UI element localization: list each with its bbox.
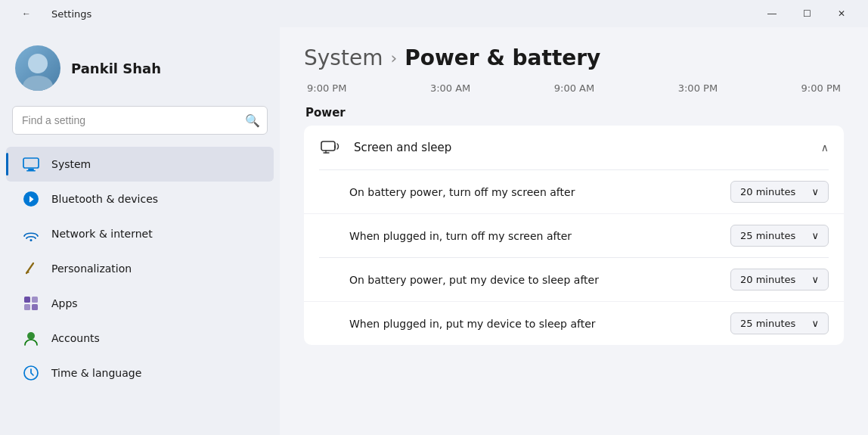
titlebar: ← Settings — ☐ ✕ [0,0,868,27]
sidebar-label-apps: Apps [51,297,78,309]
setting-label-1: When plugged in, turn off my screen afte… [349,230,730,242]
back-icon: ← [22,8,31,19]
main-content: System › Power & battery 9:00 PM 3:00 AM… [280,27,868,435]
svg-point-6 [30,239,33,241]
time-axis: 9:00 PM 3:00 AM 9:00 AM 3:00 PM 9:00 PM [304,82,844,94]
avatar [15,45,60,91]
network-icon [21,224,41,244]
setting-select-0[interactable]: 20 minutes ∨ [730,181,829,203]
sidebar-label-time: Time & language [51,367,141,379]
sidebar-label-accounts: Accounts [51,332,100,344]
sidebar-item-bluetooth[interactable]: Bluetooth & devices [6,182,274,216]
sidebar-item-accounts[interactable]: Accounts [6,321,274,356]
setting-row-0: On battery power, turn off my screen aft… [304,170,844,213]
svg-rect-8 [32,297,38,303]
setting-value-2: 20 minutes [740,274,795,285]
time-label-1: 3:00 AM [430,82,470,94]
search-icon: 🔍 [245,113,260,128]
personalization-icon [21,259,41,278]
svg-rect-7 [24,297,30,303]
maximize-button[interactable]: ☐ [789,0,824,27]
dropdown-arrow-3: ∨ [811,318,819,329]
system-icon [21,154,41,174]
time-label-3: 3:00 PM [678,82,718,94]
setting-select-3[interactable]: 25 minutes ∨ [730,312,829,334]
sidebar-item-apps[interactable]: Apps [6,286,274,321]
time-icon [21,363,41,383]
titlebar-title: Settings [51,8,91,20]
search-box: 🔍 [12,106,268,135]
svg-point-1 [23,76,53,91]
setting-row-2: On battery power, put my device to sleep… [304,258,844,301]
minimize-button[interactable]: — [755,0,789,27]
breadcrumb-parent: System [304,45,383,70]
time-label-4: 9:00 PM [801,82,841,94]
setting-value-1: 25 minutes [740,230,795,241]
bluetooth-icon [21,189,41,209]
setting-label-0: On battery power, turn off my screen aft… [349,186,730,198]
svg-point-11 [27,332,35,340]
accounts-icon [21,328,41,348]
setting-value-3: 25 minutes [740,318,795,329]
setting-select-2[interactable]: 20 minutes ∨ [730,269,829,291]
search-input[interactable] [12,106,268,135]
time-label-0: 9:00 PM [307,82,346,94]
dropdown-arrow-1: ∨ [811,230,819,241]
setting-select-1[interactable]: 25 minutes ∨ [730,225,829,247]
breadcrumb-separator: › [390,48,397,67]
profile-name: Pankil Shah [71,61,161,76]
window-controls: — ☐ ✕ [755,0,859,27]
sidebar-item-time[interactable]: Time & language [6,356,274,390]
screen-sleep-card: Screen and sleep ∧ On battery power, tur… [304,126,844,345]
svg-rect-2 [23,158,39,168]
svg-rect-4 [26,170,36,172]
app-body: Pankil Shah 🔍 System [0,27,868,435]
sidebar-item-network[interactable]: Network & internet [6,216,274,251]
sidebar-label-system: System [51,158,91,170]
svg-rect-3 [28,169,34,170]
dropdown-arrow-2: ∨ [811,274,819,285]
time-label-2: 9:00 AM [554,82,594,94]
svg-point-0 [28,54,48,73]
setting-label-3: When plugged in, put my device to sleep … [349,318,730,330]
screen-sleep-header[interactable]: Screen and sleep ∧ [304,126,844,169]
setting-row-1: When plugged in, turn off my screen afte… [304,213,844,257]
dropdown-arrow-0: ∨ [811,186,819,197]
power-section-label: Power [304,106,844,120]
screen-sleep-icon [319,136,342,159]
screen-sleep-title: Screen and sleep [354,141,809,154]
setting-row-3: When plugged in, put my device to sleep … [304,301,844,345]
breadcrumb-current: Power & battery [405,45,600,70]
profile-section: Pankil Shah [0,27,280,106]
setting-label-2: On battery power, put my device to sleep… [349,274,730,286]
svg-rect-9 [24,304,30,310]
collapse-icon: ∧ [821,141,829,154]
back-button[interactable]: ← [9,0,44,27]
sidebar: Pankil Shah 🔍 System [0,27,280,435]
close-button[interactable]: ✕ [824,0,859,27]
sidebar-item-personalization[interactable]: Personalization [6,251,274,286]
sidebar-item-system[interactable]: System [6,147,274,182]
sidebar-label-bluetooth: Bluetooth & devices [51,193,158,205]
svg-rect-13 [321,141,335,151]
sidebar-label-personalization: Personalization [51,263,132,275]
sidebar-label-network: Network & internet [51,228,153,240]
svg-rect-10 [32,304,38,310]
apps-icon [21,294,41,313]
setting-value-0: 20 minutes [740,186,795,197]
breadcrumb: System › Power & battery [304,45,844,70]
